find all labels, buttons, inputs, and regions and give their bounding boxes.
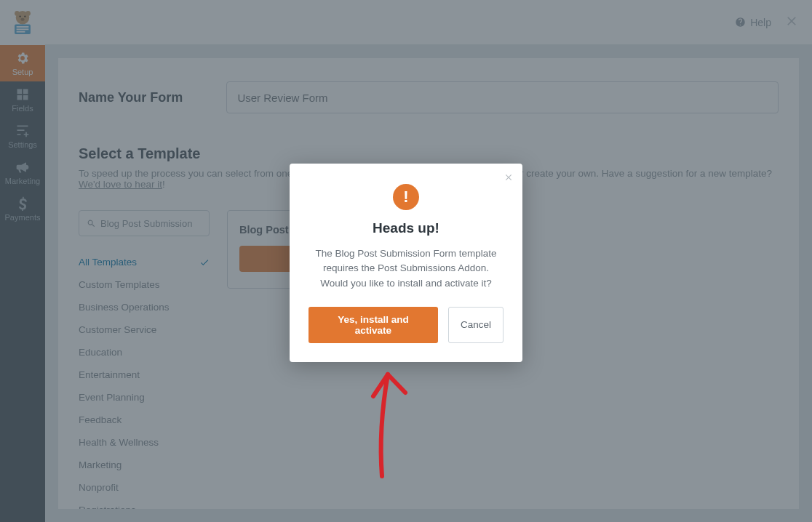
confirm-modal: ! Heads up! The Blog Post Submission For… (290, 164, 522, 362)
close-icon (503, 172, 514, 182)
warning-icon: ! (393, 184, 419, 210)
install-activate-button[interactable]: Yes, install and activate (309, 307, 438, 343)
cancel-button[interactable]: Cancel (448, 307, 503, 343)
modal-close-button[interactable] (503, 171, 514, 186)
modal-body: The Blog Post Submission Form template r… (309, 246, 503, 291)
modal-title: Heads up! (309, 220, 503, 236)
